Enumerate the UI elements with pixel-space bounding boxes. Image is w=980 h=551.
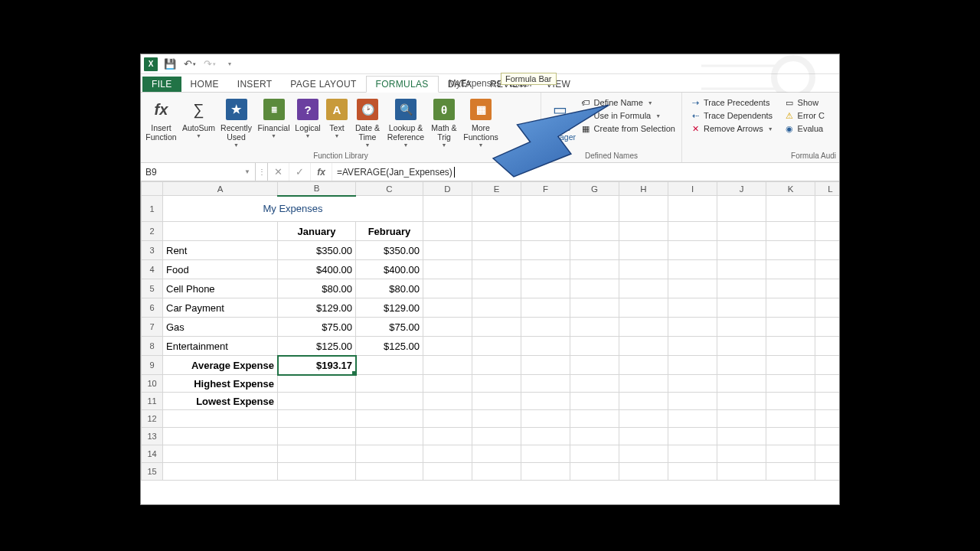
cell[interactable]: $350.00	[278, 241, 356, 260]
cell[interactable]	[521, 279, 570, 298]
cell[interactable]	[570, 241, 619, 260]
cell[interactable]	[619, 393, 668, 410]
cell[interactable]	[521, 241, 570, 260]
cell[interactable]	[815, 318, 840, 337]
cell[interactable]	[717, 356, 766, 375]
cell[interactable]: $80.00	[356, 279, 423, 298]
cell[interactable]: $400.00	[278, 260, 356, 279]
cell[interactable]	[668, 463, 717, 481]
col-header[interactable]: A	[163, 182, 278, 196]
row-header[interactable]: 11	[142, 393, 163, 410]
cell[interactable]	[619, 318, 668, 337]
cell[interactable]	[472, 298, 521, 318]
cell[interactable]	[278, 410, 356, 428]
cell[interactable]	[766, 318, 815, 337]
cell[interactable]	[472, 428, 521, 445]
row-header[interactable]: 15	[142, 463, 163, 481]
cell[interactable]	[815, 222, 840, 241]
table-row[interactable]: 13	[142, 428, 840, 445]
cell[interactable]	[278, 375, 356, 393]
cell[interactable]	[423, 241, 472, 260]
select-all-cell[interactable]	[142, 182, 163, 196]
table-row[interactable]: 7Gas$75.00$75.00	[142, 318, 840, 337]
col-header[interactable]: K	[766, 182, 815, 196]
cell[interactable]	[619, 356, 668, 375]
save-icon[interactable]: 💾	[162, 57, 178, 72]
cell[interactable]	[815, 337, 840, 356]
row-header[interactable]: 9	[142, 356, 163, 375]
cell[interactable]	[717, 375, 766, 393]
cell[interactable]	[570, 410, 619, 428]
col-header[interactable]: L	[815, 182, 840, 196]
cell[interactable]	[570, 298, 619, 318]
cell[interactable]	[668, 222, 717, 241]
row-header[interactable]: 2	[142, 222, 163, 241]
cell[interactable]	[815, 279, 840, 298]
cell[interactable]: $125.00	[278, 337, 356, 356]
cell[interactable]	[717, 241, 766, 260]
date-time-button[interactable]: 🕑 Date & Time ▼	[351, 96, 384, 148]
cell[interactable]	[163, 222, 278, 241]
cell[interactable]: Cell Phone	[163, 279, 278, 298]
cell[interactable]	[570, 318, 619, 337]
cell[interactable]	[717, 260, 766, 279]
cell[interactable]	[619, 463, 668, 481]
cell[interactable]: Food	[163, 260, 278, 279]
cell[interactable]: Lowest Expense	[163, 393, 278, 410]
cell[interactable]	[163, 463, 278, 481]
cell[interactable]	[815, 260, 840, 279]
cell[interactable]	[356, 410, 423, 428]
cell[interactable]	[163, 428, 278, 445]
cell[interactable]	[717, 298, 766, 318]
table-row[interactable]: 5Cell Phone$80.00$80.00	[142, 279, 840, 298]
cell[interactable]	[717, 445, 766, 463]
cell[interactable]	[668, 196, 717, 222]
cell[interactable]	[766, 393, 815, 410]
cell[interactable]	[717, 393, 766, 410]
cell[interactable]: $75.00	[356, 318, 423, 337]
cell[interactable]	[766, 298, 815, 318]
worksheet-grid[interactable]: A B C D E F G H I J K L 1My Expenses2Jan…	[141, 181, 839, 504]
cell[interactable]	[521, 463, 570, 481]
cell[interactable]	[619, 445, 668, 463]
cell[interactable]	[356, 445, 423, 463]
col-header[interactable]: J	[717, 182, 766, 196]
qat-customize-icon[interactable]: ▾	[222, 57, 237, 72]
insert-function-button[interactable]: fx Insert Function	[142, 96, 180, 142]
cell[interactable]	[521, 410, 570, 428]
col-header[interactable]: C	[356, 182, 423, 196]
cell[interactable]	[815, 393, 840, 410]
cell[interactable]: $400.00	[356, 260, 423, 279]
cell[interactable]	[619, 337, 668, 356]
recently-used-button[interactable]: ★ Recently Used ▼	[217, 96, 255, 148]
cell[interactable]	[423, 410, 472, 428]
cell[interactable]	[619, 410, 668, 428]
cell[interactable]	[570, 445, 619, 463]
cell[interactable]	[521, 298, 570, 318]
name-manager-button[interactable]: ▭ Name Manager	[543, 96, 577, 142]
cell[interactable]	[423, 260, 472, 279]
column-header-row[interactable]: A B C D E F G H I J K L	[142, 182, 840, 196]
cell[interactable]	[766, 260, 815, 279]
cell[interactable]	[472, 196, 521, 222]
cell[interactable]	[668, 375, 717, 393]
cell[interactable]	[521, 445, 570, 463]
table-row[interactable]: 8Entertainment$125.00$125.00	[142, 337, 840, 356]
cell[interactable]: Gas	[163, 318, 278, 337]
cell[interactable]	[815, 298, 840, 318]
cell[interactable]	[472, 337, 521, 356]
cell[interactable]	[766, 337, 815, 356]
col-header[interactable]: E	[472, 182, 521, 196]
create-from-selection-button[interactable]: ▦Create from Selection	[580, 123, 675, 134]
cell[interactable]	[668, 337, 717, 356]
cell[interactable]: Rent	[163, 241, 278, 260]
cell[interactable]	[278, 393, 356, 410]
row-header[interactable]: 7	[142, 318, 163, 337]
cell[interactable]	[521, 337, 570, 356]
cell[interactable]	[570, 393, 619, 410]
table-row[interactable]: 2JanuaryFebruary	[142, 222, 840, 241]
autosum-button[interactable]: ∑ AutoSum ▼	[180, 96, 217, 139]
cell[interactable]	[668, 279, 717, 298]
cell[interactable]	[570, 337, 619, 356]
use-in-formula-button[interactable]: fxUse in Formula▼	[580, 110, 675, 121]
